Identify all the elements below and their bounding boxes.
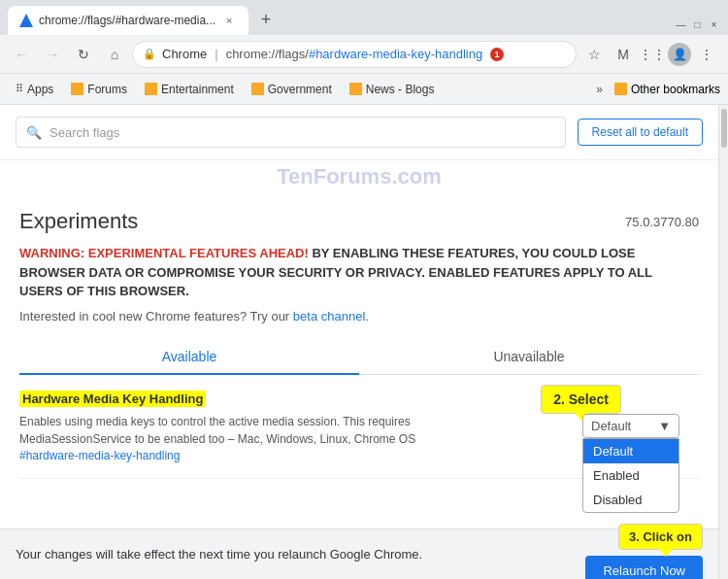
nav-bar: ← → ↻ ⌂ 🔒 Chrome | chrome://flags/#hardw… <box>0 35 728 74</box>
window-controls: — □ × <box>675 18 720 35</box>
dropdown-option-enabled[interactable]: Enabled <box>583 463 678 488</box>
other-bookmarks[interactable]: Other bookmarks <box>614 83 720 96</box>
search-placeholder: Search flags <box>50 125 119 140</box>
bookmark-forums-label: Forums <box>87 83 127 96</box>
home-button[interactable]: ⌂ <box>101 41 128 68</box>
flag-name: Hardware Media Key Handling <box>19 391 206 407</box>
flag-item: Hardware Media Key Handling Enables usin… <box>19 375 699 479</box>
entertainment-bookmark-icon <box>145 83 157 95</box>
apps-icon-button[interactable]: ⋮⋮ <box>639 41 666 68</box>
bookmark-entertainment[interactable]: Entertainment <box>137 80 242 99</box>
close-window-button[interactable]: × <box>708 18 720 31</box>
back-button[interactable]: ← <box>8 41 35 68</box>
dropdown-menu: Default Enabled Disabled <box>582 438 679 513</box>
avatar-button[interactable]: 👤 <box>668 43 691 66</box>
search-flags-box[interactable]: 🔍 Search flags <box>16 117 566 148</box>
bookmark-star-button[interactable]: ☆ <box>580 41 608 68</box>
other-bookmark-icon <box>614 83 627 95</box>
address-separator: | <box>215 47 217 61</box>
address-bar[interactable]: 🔒 Chrome | chrome://flags/#hardware-medi… <box>132 41 577 68</box>
government-bookmark-icon <box>251 83 264 95</box>
page-title: Experiments <box>19 209 138 234</box>
relaunch-message: Your changes will take effect the next t… <box>16 547 570 562</box>
bookmarks-more-button[interactable]: » <box>590 80 609 99</box>
dropdown-option-default[interactable]: Default <box>583 439 678 463</box>
refresh-button[interactable]: ↻ <box>70 41 97 68</box>
search-icon: 🔍 <box>26 125 42 140</box>
dropdown-trigger[interactable]: Default ▼ <box>582 414 679 438</box>
address-hash: #hardware-media-key-handling <box>309 47 482 61</box>
tab-close-button[interactable]: × <box>221 13 237 28</box>
bookmark-news-label: News - Blogs <box>366 83 435 96</box>
callout-2: 2. Select <box>541 385 621 414</box>
bookmark-news-blogs[interactable]: News - Blogs <box>342 80 443 99</box>
bookmark-entertainment-label: Entertainment <box>161 83 234 96</box>
bottom-bar: Your changes will take effect the next t… <box>0 528 718 579</box>
bookmarks-bar: ⠿ Apps Forums Entertainment Government N… <box>0 74 728 105</box>
nav-icons: ☆ M ⋮⋮ 👤 ⋮ <box>580 41 720 68</box>
news-bookmark-icon <box>349 83 362 95</box>
warning-text: WARNING: EXPERIMENTAL FEATURES AHEAD! By… <box>19 244 699 301</box>
beta-period: . <box>365 309 369 324</box>
search-row: 🔍 Search flags Reset all to default <box>0 105 718 160</box>
interested-text: Interested in cool new Chrome features? … <box>19 309 293 324</box>
gmail-icon-button[interactable]: M <box>610 41 637 68</box>
step1-indicator: 1 <box>490 48 504 61</box>
dropdown-option-disabled[interactable]: Disabled <box>583 488 678 512</box>
dropdown-chevron-icon: ▼ <box>658 419 671 433</box>
bookmark-government[interactable]: Government <box>244 80 340 99</box>
active-tab[interactable]: chrome://flags/#hardware-media... × <box>8 6 248 35</box>
forums-bookmark-icon <box>71 83 83 95</box>
relaunch-now-button[interactable]: Relaunch Now <box>585 556 703 580</box>
tab-title: chrome://flags/#hardware-media... <box>39 14 215 27</box>
minimize-button[interactable]: — <box>675 18 687 31</box>
version-text: 75.0.3770.80 <box>625 215 699 229</box>
page-body: Experiments 75.0.3770.80 WARNING: EXPERI… <box>0 193 718 494</box>
flag-description: Enables using media keys to control the … <box>19 413 485 448</box>
watermark: TenForums.com <box>0 160 718 193</box>
beta-channel-link[interactable]: beta channel <box>293 309 365 324</box>
main-content: 🔍 Search flags Reset all to default TenF… <box>0 105 718 579</box>
other-bookmarks-label: Other bookmarks <box>631 83 720 96</box>
scroll-thumb[interactable] <box>721 109 727 148</box>
bookmark-forums[interactable]: Forums <box>63 80 135 99</box>
flag-anchor-link[interactable]: #hardware-media-key-handling <box>19 449 180 462</box>
bookmark-government-label: Government <box>268 83 332 96</box>
callout-3: 3. Click on <box>618 524 703 550</box>
bookmark-apps-label: Apps <box>27 83 53 96</box>
bookmark-apps[interactable]: ⠿ Apps <box>8 80 61 99</box>
menu-button[interactable]: ⋮ <box>693 41 720 68</box>
content-area: 🔍 Search flags Reset all to default TenF… <box>0 105 728 579</box>
address-flags: chrome://flags/#hardware-media-key-handl… <box>226 47 482 61</box>
dropdown-container: Default ▼ Default Enabled Disabled <box>582 414 679 513</box>
tab-unavailable[interactable]: Unavailable <box>359 339 699 374</box>
dropdown-current-value: Default <box>591 419 631 433</box>
address-brand: Chrome <box>162 47 207 61</box>
tabs-row: Available Unavailable <box>19 339 699 375</box>
maximize-button[interactable]: □ <box>691 18 704 31</box>
interested-row: Interested in cool new Chrome features? … <box>19 309 699 324</box>
lock-icon: 🔒 <box>143 48 156 60</box>
new-tab-button[interactable]: + <box>252 6 280 33</box>
forward-button[interactable]: → <box>39 41 66 68</box>
reset-all-button[interactable]: Reset all to default <box>578 119 703 146</box>
title-bar: chrome://flags/#hardware-media... × + — … <box>0 0 728 35</box>
scrollbar[interactable] <box>718 105 728 579</box>
tab-favicon <box>19 14 33 27</box>
tab-available[interactable]: Available <box>19 339 359 374</box>
warning-bold: WARNING: EXPERIMENTAL FEATURES AHEAD! <box>19 246 309 260</box>
